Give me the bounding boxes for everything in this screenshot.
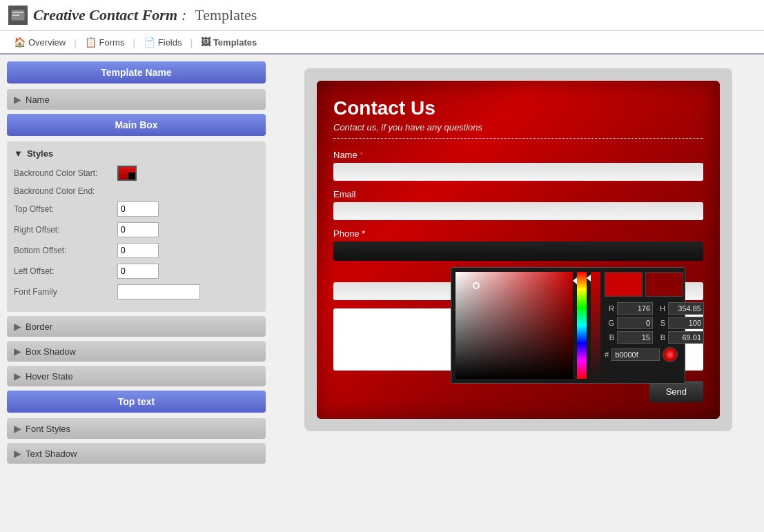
alpha-arrow-icon	[587, 275, 591, 282]
svg-rect-2	[12, 14, 19, 16]
send-button[interactable]: Send	[649, 381, 703, 402]
hover-state-arrow-icon: ▶	[14, 371, 21, 382]
header-subtitle: Templates	[195, 6, 257, 24]
hue-strip[interactable]	[577, 272, 587, 379]
app-icon	[8, 6, 28, 25]
nav-forms[interactable]: 📋 Forms	[79, 34, 130, 50]
app-header: Creative Contact Form : Templates	[0, 0, 764, 31]
phone-input[interactable]	[333, 242, 703, 261]
picker-b-row: B B	[605, 331, 704, 344]
styles-arrow-icon: ▼	[14, 148, 23, 159]
email-input[interactable]	[333, 202, 703, 220]
box-shadow-row[interactable]: ▶ Box Shadow	[7, 341, 266, 362]
alpha-strip[interactable]	[591, 272, 600, 379]
styles-section: ▼ Styles Backround Color Start: Backroun…	[7, 141, 266, 312]
main-box-header[interactable]: Main Box	[7, 114, 266, 136]
color-picker-popup[interactable]: R H G S B	[451, 267, 685, 384]
border-arrow-icon: ▶	[14, 321, 21, 332]
picker-swatches	[605, 272, 704, 297]
hover-state-row[interactable]: ▶ Hover State	[7, 366, 266, 386]
bg-color-start-swatch[interactable]	[117, 166, 137, 181]
font-family-row: Font Family	[14, 284, 259, 299]
picker-cursor	[473, 282, 480, 289]
bg-color-start-row: Backround Color Start:	[14, 166, 259, 181]
name-input[interactable]	[333, 163, 703, 181]
form-footer: Send	[333, 381, 703, 402]
nav-overview[interactable]: 🏠 Overview	[8, 34, 71, 50]
picker-b-input[interactable]	[617, 331, 653, 344]
picker-h-input[interactable]	[668, 302, 704, 315]
overview-icon: 🏠	[14, 37, 26, 48]
form-subtitle: Contact us, if you have any questions	[333, 122, 703, 139]
picker-top: R H G S B	[456, 272, 680, 379]
nav-fields[interactable]: 📄 Fields	[138, 34, 188, 50]
eyedropper-icon[interactable]	[663, 347, 678, 362]
name-label: Name *	[333, 150, 703, 160]
picker-fields: R H G S B	[605, 302, 704, 362]
picker-hex-input[interactable]	[611, 348, 660, 361]
styles-header[interactable]: ▼ Styles	[14, 148, 259, 159]
picker-g-input[interactable]	[617, 317, 653, 329]
right-offset-row: Right Offset:	[14, 222, 259, 237]
left-offset-input[interactable]	[117, 264, 159, 279]
font-family-input[interactable]	[117, 284, 200, 299]
templates-icon: 🖼	[201, 37, 210, 48]
left-offset-row: Left Offset:	[14, 264, 259, 279]
top-offset-row: Top Offset:	[14, 201, 259, 217]
box-shadow-arrow-icon: ▶	[14, 346, 21, 357]
hue-arrow-icon	[573, 277, 577, 284]
top-offset-input[interactable]	[117, 201, 159, 217]
font-styles-row[interactable]: ▶ Font Styles	[7, 418, 266, 439]
forms-icon: 📋	[85, 37, 97, 48]
picker-s-input[interactable]	[668, 317, 704, 329]
picker-b2-input[interactable]	[668, 331, 704, 344]
picker-r-input[interactable]	[617, 302, 653, 315]
name-row[interactable]: ▶ Name	[7, 89, 266, 110]
form-title: Contact Us	[333, 97, 703, 119]
color-gradient-area[interactable]	[456, 272, 573, 379]
picker-r-row: R H	[605, 302, 704, 315]
top-text-header[interactable]: Top text	[7, 391, 266, 413]
nav-templates[interactable]: 🖼 Templates	[195, 34, 262, 50]
name-required: *	[360, 150, 363, 160]
phone-label: Phone *	[333, 228, 703, 239]
text-shadow-row[interactable]: ▶ Text Shadow	[7, 443, 266, 464]
name-arrow-icon: ▶	[14, 94, 21, 105]
picker-swatch-current	[605, 272, 643, 297]
left-panel: Template Name ▶ Name Main Box ▼ Styles B…	[0, 55, 273, 524]
header-separator: :	[182, 6, 186, 24]
text-shadow-arrow-icon: ▶	[14, 448, 21, 459]
fields-icon: 📄	[144, 37, 155, 48]
bottom-offset-input[interactable]	[117, 243, 159, 258]
picker-hex-row: #	[605, 347, 704, 362]
right-offset-input[interactable]	[117, 222, 159, 237]
picker-right-panel: R H G S B	[605, 272, 704, 379]
bg-color-end-row: Backround Color End:	[14, 186, 259, 196]
main-layout: Template Name ▶ Name Main Box ▼ Styles B…	[0, 55, 764, 524]
border-row[interactable]: ▶ Border	[7, 316, 266, 337]
nav-bar: 🏠 Overview | 📋 Forms | 📄 Fields | 🖼 Temp…	[0, 31, 764, 55]
font-styles-arrow-icon: ▶	[14, 423, 21, 434]
svg-rect-1	[12, 12, 23, 13]
bottom-offset-row: Bottom Offset:	[14, 243, 259, 258]
picker-swatch-previous	[645, 272, 683, 297]
picker-g-row: G S	[605, 317, 704, 329]
email-label: Email	[333, 189, 703, 199]
template-name-header[interactable]: Template Name	[7, 61, 266, 83]
app-title: Creative Contact Form	[33, 6, 177, 24]
